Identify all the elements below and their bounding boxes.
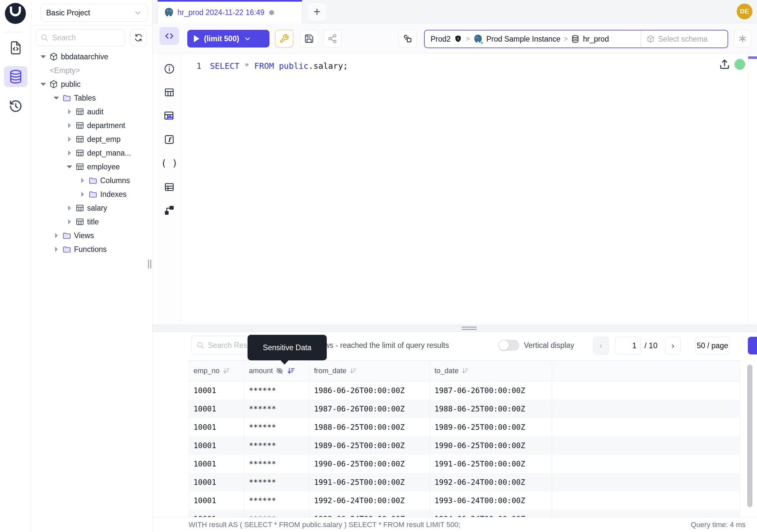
line-number: 1 [181,61,210,71]
sort-icon[interactable] [349,367,357,375]
sensitive-data-panel-button[interactable] [160,107,179,125]
tree-item-dept-emp[interactable]: dept_emp [31,132,152,146]
tree-item-columns[interactable]: Columns [31,173,152,187]
history-nav-button[interactable] [4,96,27,117]
tree-item-department[interactable]: department [31,119,152,132]
caret-right-icon[interactable] [66,218,73,225]
format-sql-button[interactable] [275,30,293,47]
database-nav-button[interactable] [4,66,27,87]
run-query-button[interactable]: (limit 500) [187,30,269,47]
caret-right-icon[interactable] [53,232,60,239]
worksheet-nav-button[interactable] [4,37,27,58]
caret-down-icon[interactable] [40,53,46,60]
caret-down-icon[interactable] [40,81,46,87]
project-selector[interactable]: Basic Project [41,4,147,22]
svg-text:f: f [168,136,172,143]
info-panel-button[interactable] [160,60,179,78]
caret-right-icon[interactable] [66,150,73,156]
code-line-1[interactable]: 1 SELECT * FROM public.salary; [181,59,348,73]
sidebar-search-input[interactable]: Search [36,29,125,46]
table-row[interactable]: 10001******1987-06-26T00:00:00Z1988-06-2… [189,400,740,418]
connection-breadcrumb[interactable]: Prod2 ! > Prod Sample Instance > [424,30,728,48]
save-sheet-button[interactable] [300,30,318,47]
table-scrollbar[interactable] [747,364,752,507]
caret-right-icon[interactable] [66,136,73,142]
folder-icon [88,190,98,199]
tree-item-views[interactable]: Views [31,229,152,242]
tree-item-title[interactable]: title [31,215,152,229]
table-icon [75,121,84,130]
caret-right-icon[interactable] [79,191,86,198]
column-header-emp-no[interactable]: emp_no [189,361,244,381]
schema-diagram-button[interactable] [160,202,179,219]
sql-editor-tab-button[interactable] [160,27,179,45]
column-header-from-date[interactable]: from_date [309,361,430,381]
tree-item-salary[interactable]: salary [31,201,152,215]
sensitive-data-tooltip: Sensitive Data [248,335,327,360]
tree-item-tables[interactable]: Tables [31,91,152,105]
caret-right-icon[interactable] [53,246,60,253]
bytebase-logo[interactable] [5,3,26,24]
table-row[interactable]: 10001******1990-06-25T00:00:00Z1991-06-2… [189,455,740,473]
folder-icon [62,245,71,254]
share-sheet-button[interactable] [323,30,342,47]
table-icon [75,135,84,144]
upload-icon [718,57,731,71]
caret-right-icon[interactable] [79,177,86,184]
refresh-schema-button[interactable] [130,29,147,46]
tree-item-employee[interactable]: employee [31,160,152,173]
table-row[interactable]: 10001******1991-06-25T00:00:00Z1992-06-2… [189,473,740,491]
table-row[interactable]: 10001******1989-06-25T00:00:00Z1990-06-2… [189,436,740,455]
column-header-amount[interactable]: amount [244,361,309,381]
caret-right-icon[interactable] [66,205,73,211]
upload-sql-button[interactable] [718,57,731,71]
caret-down-icon[interactable] [53,95,60,101]
cursor-position-marker [748,56,757,59]
prev-page-button[interactable]: ‹ [593,337,609,355]
select-schema-button[interactable]: Select schema [641,30,728,47]
table-row[interactable]: 10001******1992-06-24T00:00:00Z1993-06-2… [189,491,740,510]
tab-hr-prod[interactable]: hr_prod 2024-11-22 16:49 [158,0,302,23]
tree-item-audit[interactable]: audit [31,105,152,119]
sql-editor[interactable]: 1 SELECT * FROM public.salary; [181,53,757,325]
tables-panel-button[interactable] [160,83,179,101]
results-panel: Search Results 500 rows - reached the li… [153,332,757,517]
table-row[interactable]: 10001******1993-06-24T00:00:00Z1994-06-2… [189,510,740,517]
svg-text:!: ! [457,37,459,41]
table-row[interactable]: 10001******1988-06-25T00:00:00Z1989-06-2… [189,418,740,436]
ai-assistant-button[interactable] [734,30,751,47]
functions-panel-button[interactable]: f [160,131,179,148]
connection-path[interactable]: Prod2 ! > Prod Sample Instance > [425,34,641,44]
toggle-knob [499,340,509,350]
panel-resize-divider[interactable] [153,325,757,332]
table-icon [75,162,84,171]
vertical-display-toggle[interactable] [498,340,519,351]
tree-item-dept-manager[interactable]: dept_mana... [31,146,152,160]
next-page-button[interactable]: › [665,337,681,355]
column-header-to-date[interactable]: to_date [430,361,552,381]
user-avatar[interactable]: DE [737,4,752,19]
eye-off-icon[interactable] [275,366,284,375]
procedures-panel-button[interactable]: ( ) [160,154,179,172]
tree-item-indexes[interactable]: Indexes [31,187,152,201]
sidebar-resize-handle[interactable] [148,260,151,268]
page-size-select[interactable]: 50 / page [695,337,730,355]
new-tab-button[interactable]: + [308,3,326,20]
tree-item-functions[interactable]: Functions [31,242,152,256]
shield-alert-icon: ! [454,34,462,44]
instance-label: Prod Sample Instance [486,35,560,44]
export-button[interactable] [748,337,757,355]
table-row[interactable]: 10001******1986-06-26T00:00:00Z1987-06-2… [189,381,740,400]
sort-desc-icon-active[interactable] [287,366,295,375]
caret-right-icon[interactable] [66,109,73,115]
external-tables-panel-button[interactable] [160,178,179,196]
tree-item-bbdataarchive[interactable]: bbdataarchive [31,50,152,64]
unsaved-dot [269,10,274,15]
caret-down-icon[interactable] [66,164,73,170]
caret-right-icon[interactable] [66,122,73,129]
copy-connection-button[interactable] [399,30,417,47]
tree-item-public[interactable]: public [31,77,152,91]
sort-icon[interactable] [461,367,469,375]
page-number-input[interactable]: 1 [615,337,641,355]
sort-icon[interactable] [222,367,230,375]
